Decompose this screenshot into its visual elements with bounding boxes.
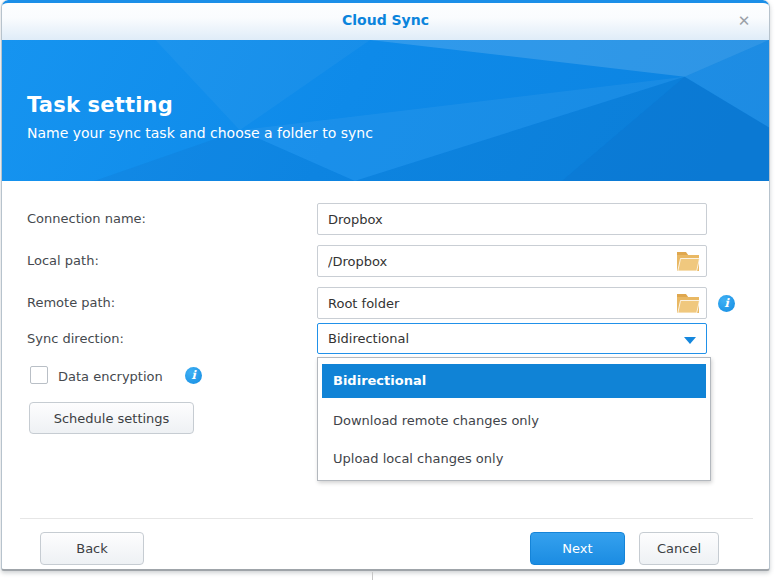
chevron-down-icon xyxy=(684,337,696,344)
local-path-input[interactable] xyxy=(317,245,707,277)
cancel-button[interactable]: Cancel xyxy=(639,532,719,565)
sync-direction-value: Bidirectional xyxy=(328,331,409,346)
screen: Cloud Sync ✕ Task setting Name your sync… xyxy=(0,0,778,580)
back-button[interactable]: Back xyxy=(40,532,144,565)
footer-divider xyxy=(20,518,753,519)
cloud-sync-dialog: Cloud Sync ✕ Task setting Name your sync… xyxy=(1,0,770,571)
sync-direction-label: Sync direction: xyxy=(27,331,124,346)
info-icon[interactable]: i xyxy=(185,367,202,384)
menu-item-download-only[interactable]: Download remote changes only xyxy=(318,402,710,440)
page-title: Task setting xyxy=(27,93,173,117)
next-button[interactable]: Next xyxy=(530,532,625,565)
sync-direction-select[interactable]: Bidirectional xyxy=(317,323,707,354)
menu-item-upload-only[interactable]: Upload local changes only xyxy=(318,440,710,478)
folder-icon[interactable] xyxy=(676,292,700,314)
background-window-edge xyxy=(372,572,373,580)
remote-path-label: Remote path: xyxy=(27,295,115,310)
connection-name-input[interactable] xyxy=(317,203,707,235)
local-path-label: Local path: xyxy=(27,253,99,268)
folder-icon[interactable] xyxy=(676,250,700,272)
remote-path-input[interactable] xyxy=(317,287,707,319)
menu-item-bidirectional[interactable]: Bidirectional xyxy=(322,364,706,398)
data-encryption-label: Data encryption xyxy=(58,369,163,384)
connection-name-label: Connection name: xyxy=(27,211,146,226)
data-encryption-checkbox[interactable] xyxy=(30,366,48,384)
close-icon[interactable]: ✕ xyxy=(735,12,753,30)
titlebar: Cloud Sync ✕ xyxy=(2,0,769,40)
schedule-settings-button[interactable]: Schedule settings xyxy=(29,402,194,434)
window-title: Cloud Sync xyxy=(2,12,769,28)
sync-direction-menu: Bidirectional Download remote changes on… xyxy=(317,357,711,481)
info-icon[interactable]: i xyxy=(718,295,735,312)
page-subtitle: Name your sync task and choose a folder … xyxy=(27,125,373,141)
banner: Task setting Name your sync task and cho… xyxy=(2,40,769,181)
